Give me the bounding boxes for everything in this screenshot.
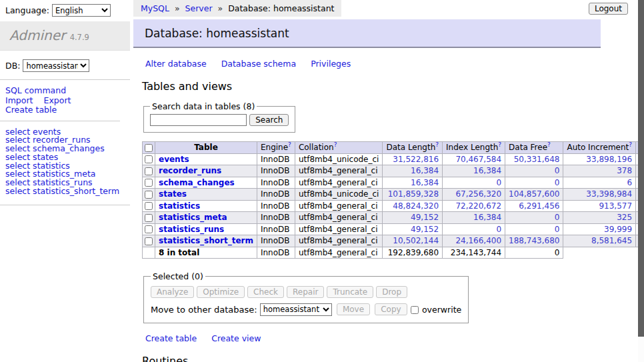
help-link[interactable]: ?	[435, 142, 439, 149]
auto-increment-cell-link[interactable]: 39,999	[604, 225, 632, 234]
table-name-link[interactable]: statistics_meta	[159, 213, 227, 222]
table-name-link[interactable]: events	[159, 155, 189, 164]
row-checkbox[interactable]	[145, 179, 153, 187]
help-link[interactable]: ?	[498, 142, 501, 149]
row-checkbox[interactable]	[145, 155, 153, 163]
sidebar-action-link[interactable]: Export	[44, 96, 71, 105]
help-link[interactable]: ?	[547, 142, 551, 149]
table-name-link[interactable]: statistics	[159, 201, 200, 211]
index-length-cell-link[interactable]: 70,467,584	[455, 155, 501, 164]
auto-increment-cell-link[interactable]: 33,898,196	[586, 155, 632, 164]
database-link[interactable]: Privileges	[311, 59, 351, 69]
index-length-cell-link[interactable]: 24,166,400	[455, 236, 501, 245]
row-checkbox-cell	[143, 189, 155, 201]
data-length-cell-link[interactable]: 49,152	[411, 213, 439, 222]
data-free-cell: 0	[505, 223, 563, 235]
help-link[interactable]: ?	[629, 142, 632, 149]
db-select[interactable]: homeassistant	[23, 59, 89, 72]
index-length-cell-link[interactable]: 16,384	[473, 213, 501, 222]
engine-cell: InnoDB	[257, 177, 295, 189]
column-header-label: Engine	[261, 143, 288, 152]
data-length-cell-link[interactable]: 48,824,320	[393, 201, 439, 211]
auto-increment-cell: 325	[563, 212, 636, 224]
row-checkbox[interactable]	[145, 167, 153, 175]
table-name-link[interactable]: statistics_short_term	[159, 236, 253, 245]
adminer-brand-link[interactable]: Adminer	[9, 27, 65, 43]
auto-increment-cell-link[interactable]: 33,398,984	[586, 189, 632, 199]
data-length-cell-link[interactable]: 16,384	[411, 166, 439, 175]
auto-increment-cell-link[interactable]: 378	[617, 166, 632, 175]
index-length-cell-link[interactable]: 0	[496, 178, 501, 187]
sidebar-action-link[interactable]: Import	[5, 96, 33, 105]
data-free-cell-link[interactable]: 0	[555, 225, 560, 234]
index-length-cell-link[interactable]: 0	[496, 225, 501, 234]
move-db-select[interactable]: homeassistant	[260, 303, 332, 316]
database-link[interactable]: Alter database	[145, 59, 207, 69]
data-free-cell-link[interactable]: 188,743,680	[509, 236, 559, 245]
data-free-cell-link[interactable]: 6,291,456	[519, 201, 559, 211]
search-button[interactable]: Search	[249, 114, 289, 126]
total-data-free-cell: 0	[505, 247, 563, 258]
index-length-cell-link[interactable]: 67,256,320	[455, 189, 501, 199]
create-link[interactable]: Create view	[211, 333, 261, 343]
row-checkbox[interactable]	[145, 202, 153, 210]
sidebar-action-link[interactable]: Create table	[5, 105, 57, 115]
table-name-link[interactable]: states	[159, 189, 187, 199]
data-length-cell-link[interactable]: 49,152	[411, 225, 439, 234]
sidebar-action-links: SQL commandImportExportCreate table	[0, 80, 120, 121]
table-row: recorder_runsInnoDButf8mb4_general_ci16,…	[143, 165, 644, 177]
data-length-cell-link[interactable]: 31,522,816	[393, 155, 439, 164]
help-link[interactable]: ?	[288, 142, 291, 149]
data-length-cell: 48,824,320	[383, 200, 443, 212]
data-length-cell-link[interactable]: 16,384	[411, 178, 439, 187]
truncate-button[interactable]: Truncate	[327, 286, 373, 298]
drop-button[interactable]: Drop	[376, 286, 407, 298]
index-length-cell-link[interactable]: 72,220,672	[455, 201, 501, 211]
index-length-cell-link[interactable]: 16,384	[473, 166, 501, 175]
optimize-button[interactable]: Optimize	[197, 286, 245, 298]
move-button[interactable]: Move	[337, 303, 370, 315]
sidebar-table-link[interactable]: select statistics_short_term	[5, 186, 119, 196]
row-checkbox[interactable]	[145, 191, 153, 199]
table-name-link[interactable]: statistics_runs	[159, 225, 224, 234]
select-all-checkbox[interactable]	[145, 144, 153, 152]
table-name-link[interactable]: recorder_runs	[159, 166, 221, 175]
auto-increment-cell-link[interactable]: 8,581,645	[591, 236, 632, 245]
row-checkbox[interactable]	[145, 214, 153, 222]
copy-button[interactable]: Copy	[375, 303, 407, 315]
data-free-cell-link[interactable]: 50,331,648	[514, 155, 560, 164]
data-free-cell-link[interactable]: 0	[555, 213, 560, 222]
column-header-label: Table	[194, 143, 218, 152]
data-free-cell-link[interactable]: 0	[555, 166, 560, 175]
data-free-cell-link[interactable]: 0	[555, 178, 560, 187]
auto-increment-cell-link[interactable]: 325	[617, 213, 632, 222]
analyze-button[interactable]: Analyze	[151, 286, 194, 298]
row-checkbox[interactable]	[145, 225, 153, 233]
breadcrumb-link[interactable]: MySQL	[141, 3, 169, 13]
sidebar-action-link[interactable]: SQL command	[5, 86, 66, 95]
database-link[interactable]: Database schema	[221, 59, 296, 69]
table-name-cell: schema_changes	[155, 177, 257, 189]
create-link[interactable]: Create table	[145, 333, 197, 343]
auto-increment-cell-link[interactable]: 6	[627, 178, 632, 187]
data-free-cell-link[interactable]: 104,857,600	[509, 189, 559, 199]
logout-button[interactable]: Logout	[589, 3, 628, 15]
table-name-link[interactable]: schema_changes	[159, 178, 235, 187]
total-engine-cell: InnoDB	[257, 247, 295, 258]
table-name-cell: states	[155, 189, 257, 201]
help-link[interactable]: ?	[334, 142, 337, 149]
engine-cell: InnoDB	[257, 200, 295, 212]
breadcrumb-link[interactable]: Server	[185, 3, 213, 13]
overwrite-checkbox[interactable]	[411, 306, 419, 314]
tables-table: TableEngine?Collation?Data Length?Index …	[142, 141, 644, 259]
row-checkbox[interactable]	[145, 237, 153, 245]
auto-increment-cell-link[interactable]: 913,577	[599, 201, 632, 211]
data-length-cell-link[interactable]: 101,859,328	[388, 189, 439, 199]
scrollbar-thumb[interactable]	[638, 0, 644, 337]
data-length-cell-link[interactable]: 10,502,144	[393, 236, 439, 245]
repair-button[interactable]: Repair	[287, 286, 324, 298]
vertical-scrollbar[interactable]	[638, 0, 644, 362]
search-input[interactable]	[150, 114, 247, 126]
check-button[interactable]: Check	[247, 286, 284, 298]
language-select[interactable]: English	[52, 4, 111, 17]
